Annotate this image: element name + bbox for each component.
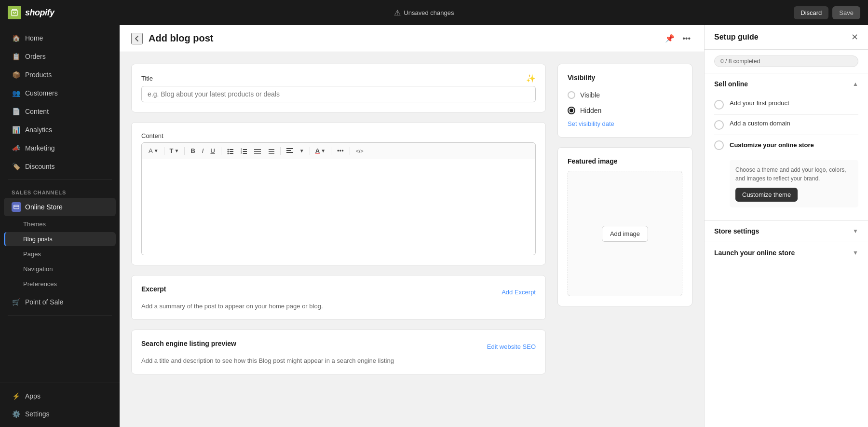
launch-store-section: Launch your online store ▼: [705, 242, 868, 263]
sales-channels-label: Sales channels: [4, 184, 116, 197]
italic-button[interactable]: I: [200, 146, 206, 156]
visibility-option-hidden[interactable]: Hidden: [568, 103, 682, 118]
sidebar-item-marketing[interactable]: 📣 Marketing: [4, 139, 116, 157]
text-color-dropdown[interactable]: A ▼: [313, 146, 327, 155]
sidebar-item-content[interactable]: 📄 Content: [4, 103, 116, 120]
add-image-button[interactable]: Add image: [602, 226, 648, 242]
pos-icon: 🛒: [12, 298, 20, 306]
back-button[interactable]: [131, 33, 143, 44]
sidebar-item-label: Marketing: [25, 144, 54, 152]
sidebar-item-label: Discounts: [25, 163, 54, 170]
set-visibility-date-button[interactable]: Set visibility date: [568, 120, 614, 127]
indent-increase-button[interactable]: [265, 146, 277, 156]
seo-title: Search engine listing preview: [141, 340, 236, 347]
sidebar-item-discounts[interactable]: 🏷️ Discounts: [4, 158, 116, 175]
sidebar-item-apps[interactable]: ⚡ Apps: [4, 387, 116, 405]
featured-image-card: Featured image Add image: [557, 147, 692, 306]
toolbar-sep-5: [310, 147, 310, 155]
launch-store-title: Launch your online store: [714, 249, 795, 257]
sidebar-item-orders[interactable]: 📋 Orders: [4, 48, 116, 65]
sidebar-sub-themes[interactable]: Themes: [4, 217, 116, 231]
pos-label: Point of Sale: [25, 298, 63, 306]
sidebar-item-customers[interactable]: 👥 Customers: [4, 84, 116, 102]
store-settings-header[interactable]: Store settings ▼: [705, 220, 868, 242]
sidebar-item-label: Analytics: [25, 126, 52, 134]
discard-button[interactable]: Discard: [794, 6, 828, 19]
marketing-icon: 📣: [12, 144, 20, 152]
save-button[interactable]: Save: [832, 6, 860, 19]
svg-rect-20: [286, 148, 293, 149]
title-field-label: Title ✨: [141, 74, 536, 83]
svg-rect-13: [243, 153, 247, 154]
hidden-label: Hidden: [580, 107, 601, 114]
svg-rect-21: [286, 150, 291, 151]
sidebar-sub-blog-posts[interactable]: Blog posts: [4, 232, 116, 246]
online-store-icon: [12, 202, 21, 212]
visibility-card: Visibility Visible Hidden Set visibility…: [557, 64, 692, 138]
excerpt-description: Add a summary of the post to appear on y…: [141, 303, 536, 310]
sidebar-sub-pages[interactable]: Pages: [4, 247, 116, 261]
sidebar-item-online-store[interactable]: Online Store: [4, 198, 116, 216]
setup-step-custom-domain: Add a custom domain: [714, 115, 858, 135]
font-style-label: A: [149, 147, 153, 154]
font-size-dropdown[interactable]: T ▼: [168, 146, 181, 155]
launch-store-header[interactable]: Launch your online store ▼: [705, 242, 868, 263]
close-panel-button[interactable]: ✕: [851, 33, 858, 41]
sidebar-item-products[interactable]: 📦 Products: [4, 66, 116, 83]
align-left-button[interactable]: [284, 147, 296, 155]
customize-theme-button[interactable]: Customize theme: [735, 188, 798, 202]
svg-rect-15: [254, 151, 261, 152]
pin-icon-button[interactable]: 📌: [663, 32, 677, 45]
sell-online-title: Sell online: [714, 80, 748, 88]
sidebar-item-label: Orders: [25, 53, 46, 60]
sidebar-item-settings[interactable]: ⚙️ Settings: [4, 405, 116, 423]
visibility-option-visible[interactable]: Visible: [568, 87, 682, 103]
edit-seo-button[interactable]: Edit website SEO: [487, 343, 536, 350]
launch-store-chevron: ▼: [853, 249, 858, 256]
sidebar-divider-2: [8, 315, 112, 316]
numbered-list-button[interactable]: 1.2.3.: [238, 146, 250, 156]
sell-online-header[interactable]: Sell online ▲: [705, 73, 868, 95]
sidebar-item-label: Products: [25, 71, 52, 79]
unsaved-text: Unsaved changes: [404, 9, 454, 16]
sidebar-item-home[interactable]: 🏠 Home: [4, 29, 116, 47]
seo-description: Add a title and description to see how t…: [141, 357, 536, 364]
apps-label: Apps: [25, 392, 41, 400]
underline-button[interactable]: U: [208, 146, 217, 156]
logo: shopify: [8, 6, 54, 19]
setup-expanded-desc: Choose a theme and add your logo, colors…: [735, 165, 853, 183]
sidebar-item-label: Customers: [25, 89, 58, 97]
add-excerpt-button[interactable]: Add Excerpt: [502, 289, 536, 296]
more-options-button[interactable]: •••: [680, 32, 692, 45]
toolbar-sep-6: [331, 147, 331, 155]
step-checkbox-customize: [714, 140, 724, 150]
more-options-toolbar-button[interactable]: •••: [335, 146, 346, 156]
content-area: Add blog post 📌 ••• Title ✨: [120, 25, 704, 427]
font-style-dropdown[interactable]: A ▼: [147, 146, 161, 155]
bullet-list-button[interactable]: [225, 146, 236, 156]
sidebar-item-point-of-sale[interactable]: 🛒 Point of Sale: [4, 293, 116, 311]
content-body: Title ✨ Content A ▼: [120, 52, 704, 427]
store-settings-section: Store settings ▼: [705, 220, 868, 242]
svg-rect-14: [254, 149, 261, 150]
content-editor[interactable]: [141, 159, 536, 255]
sidebar: 🏠 Home 📋 Orders 📦 Products 👥 Customers 📄…: [0, 25, 120, 427]
settings-icon: ⚙️: [12, 410, 20, 418]
main-layout: 🏠 Home 📋 Orders 📦 Products 👥 Customers 📄…: [0, 25, 868, 427]
sidebar-item-analytics[interactable]: 📊 Analytics: [4, 121, 116, 138]
right-column: Visibility Visible Hidden Set visibility…: [557, 64, 692, 415]
sidebar-sub-preferences[interactable]: Preferences: [4, 277, 116, 291]
align-dropdown[interactable]: ▼: [298, 147, 306, 154]
svg-rect-18: [269, 151, 274, 152]
indent-decrease-button[interactable]: [252, 146, 263, 156]
svg-rect-22: [286, 152, 293, 153]
store-settings-title: Store settings: [714, 227, 759, 235]
title-input[interactable]: [141, 86, 536, 102]
sidebar-sub-navigation[interactable]: Navigation: [4, 262, 116, 276]
code-view-button[interactable]: </>: [353, 147, 366, 155]
bold-button[interactable]: B: [188, 146, 197, 156]
content-field-label: Content: [141, 132, 536, 139]
ai-generate-button[interactable]: ✨: [526, 74, 536, 83]
svg-rect-1: [14, 205, 19, 209]
font-size-arrow: ▼: [175, 148, 179, 153]
